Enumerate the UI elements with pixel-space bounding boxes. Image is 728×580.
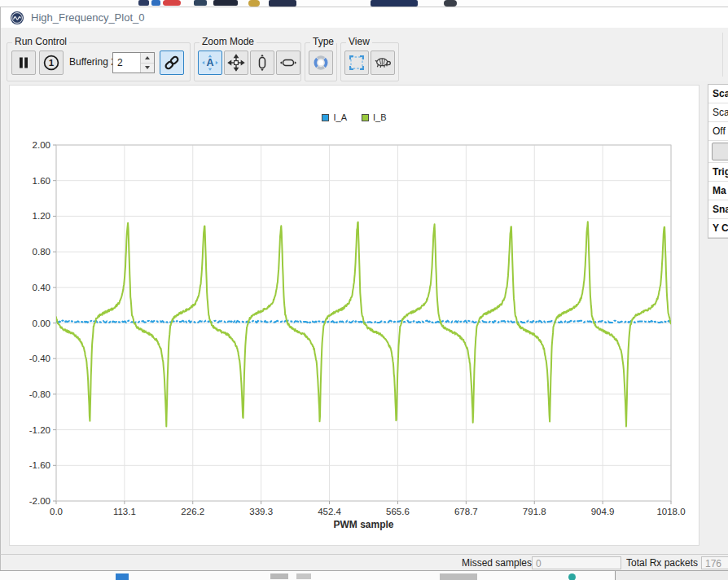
background-window-fragment: [270, 573, 288, 579]
group-type: Type: [305, 42, 337, 81]
group-type-title: Type: [310, 36, 336, 47]
background-window-fragment: [371, 0, 418, 7]
buffering-label: Buffering 2/: [69, 56, 119, 68]
background-taskbar-strip: [0, 570, 728, 580]
horizontal-zoom-button[interactable]: [276, 51, 300, 75]
background-window-fragment: [568, 573, 576, 580]
svg-text:1.60: 1.60: [33, 176, 50, 186]
svg-text:-1.60: -1.60: [29, 460, 50, 470]
pause-button[interactable]: [11, 51, 36, 75]
plot-type-ring-icon: [312, 54, 330, 72]
background-window-fragment: [444, 0, 457, 7]
spinner-down-icon: [145, 66, 150, 69]
main-area: 0.0113.1226.2339.3452.4565.6678.7791.890…: [0, 81, 728, 554]
pan-icon: [227, 54, 245, 72]
svg-text:1.20: 1.20: [33, 211, 50, 221]
fit-view-icon: [348, 54, 366, 72]
background-window-fragment: [616, 571, 728, 580]
svg-text:0.0: 0.0: [50, 507, 63, 516]
svg-text:0.80: 0.80: [33, 247, 50, 257]
background-window-fragment: [116, 573, 129, 580]
step-once-icon: 1: [42, 54, 60, 72]
side-panel-section-header[interactable]: Ma: [708, 182, 728, 200]
link-icon: [163, 54, 181, 72]
group-zoom-mode-title: Zoom Mode: [200, 36, 257, 47]
tick-marks: [53, 145, 671, 504]
missed-samples-label: Missed samples: [462, 557, 528, 569]
series-I_B-line: [56, 222, 671, 426]
window-titlebar[interactable]: High_Frequency_Plot_0: [0, 7, 728, 28]
side-panel-section-header[interactable]: Sca: [708, 85, 728, 103]
total-rx-packets-field: 176: [701, 556, 728, 569]
group-view: View: [340, 42, 399, 81]
side-panel-section-header[interactable]: Sna: [708, 200, 728, 219]
svg-text:791.8: 791.8: [523, 507, 546, 516]
toolbar-separator: [722, 33, 723, 77]
svg-text:226.2: 226.2: [181, 507, 204, 516]
fit-view-button[interactable]: [344, 51, 369, 75]
group-run-control: Run Control 1 Buffering 2/ 2: [7, 42, 191, 81]
auto-scale-button[interactable]: A: [198, 51, 222, 75]
x-axis-title: PWM sample: [333, 519, 393, 530]
svg-text:678.7: 678.7: [454, 507, 478, 516]
spinner-down-button[interactable]: [141, 64, 154, 73]
hf-plot-chart[interactable]: 0.0113.1226.2339.3452.4565.6678.7791.890…: [10, 86, 699, 545]
slow-mode-button[interactable]: [371, 51, 395, 75]
vertical-zoom-button[interactable]: [250, 51, 274, 75]
legend-entry[interactable]: I_A: [322, 112, 347, 122]
step-once-button[interactable]: 1: [39, 51, 64, 75]
pause-icon: [15, 54, 33, 72]
group-view-title: View: [346, 36, 372, 47]
svg-text:0.40: 0.40: [33, 283, 50, 292]
series-group: [56, 222, 671, 426]
side-panel-button-row: [708, 141, 728, 163]
missed-samples-field: 0: [532, 556, 621, 569]
background-window-fragment: [248, 0, 260, 7]
group-run-control-title: Run Control: [12, 36, 69, 47]
background-window-fragment: [194, 0, 207, 6]
side-panel-button[interactable]: [712, 143, 728, 160]
side-panel-section-header[interactable]: Y C: [708, 219, 728, 238]
buffering-spinbox-value[interactable]: 2: [113, 53, 140, 72]
svg-text:-0.40: -0.40: [29, 354, 50, 363]
horizontal-zoom-icon: [279, 54, 297, 72]
group-zoom-mode: Zoom Mode A: [194, 42, 301, 81]
spinner-up-icon: [145, 56, 150, 59]
background-window-fragment: [151, 0, 160, 6]
status-bar: Missed samples 0 Total Rx packets 176: [0, 554, 728, 570]
legend-entry[interactable]: I_B: [362, 112, 387, 122]
plot-type-button[interactable]: [309, 51, 333, 75]
legend-label: I_B: [373, 112, 387, 122]
pan-button[interactable]: [224, 51, 248, 75]
waveform-logo-icon: [10, 11, 24, 25]
auto-scale-icon: A: [201, 54, 219, 72]
legend-swatch: [362, 114, 369, 121]
background-window-fragment: [213, 0, 238, 6]
background-window-fragment: [138, 0, 149, 6]
svg-text:-2.00: -2.00: [29, 496, 50, 506]
axis-tick-labels: 0.0113.1226.2339.3452.4565.6678.7791.890…: [29, 140, 686, 516]
step-once-label: 1: [49, 58, 55, 68]
vertical-zoom-icon: [253, 54, 271, 72]
spinner-up-button[interactable]: [141, 53, 154, 64]
link-button[interactable]: [160, 51, 184, 75]
svg-text:339.3: 339.3: [249, 507, 273, 516]
background-window-strip: [0, 0, 728, 7]
total-rx-packets-label: Total Rx packets: [626, 557, 698, 569]
side-panel: ScaScaOffTrigMaSnaY C: [708, 84, 728, 239]
svg-text:2.00: 2.00: [33, 140, 50, 150]
side-panel-section-header[interactable]: Trig: [708, 163, 728, 182]
background-window-fragment: [296, 573, 311, 579]
side-panel-label: Sca: [708, 103, 728, 122]
background-window-fragment: [269, 0, 296, 7]
background-window-fragment: [163, 0, 181, 6]
svg-text:-0.80: -0.80: [29, 389, 50, 399]
legend-label: I_A: [333, 112, 347, 122]
svg-text:-1.20: -1.20: [29, 425, 50, 435]
plot-card: 0.0113.1226.2339.3452.4565.6678.7791.890…: [9, 85, 699, 546]
svg-text:1018.0: 1018.0: [656, 507, 685, 516]
buffering-spinbox[interactable]: 2: [112, 52, 155, 73]
side-panel-label: Off: [708, 122, 728, 141]
svg-text:565.6: 565.6: [386, 507, 410, 516]
legend-swatch: [322, 114, 329, 121]
